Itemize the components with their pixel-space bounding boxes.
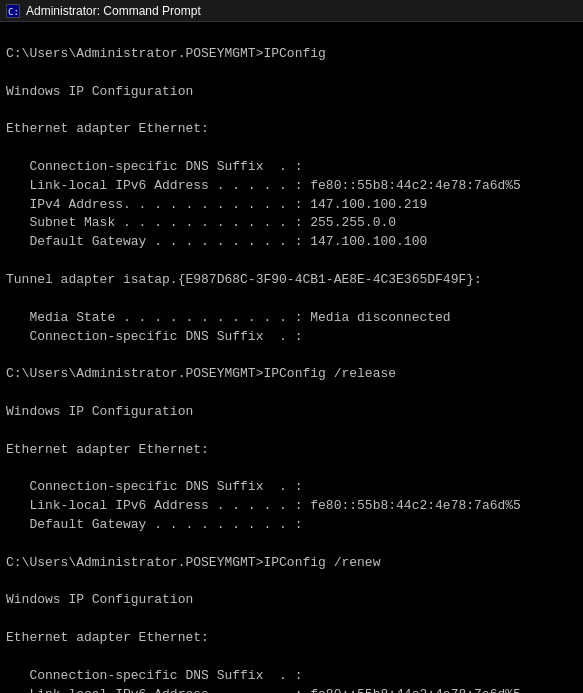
terminal-line: C:\Users\Administrator.POSEYMGMT>IPConfi…: [6, 45, 577, 64]
terminal-line: Connection-specific DNS Suffix . :: [6, 158, 577, 177]
terminal-line: [6, 346, 577, 365]
terminal-line: Default Gateway . . . . . . . . . :: [6, 516, 577, 535]
cmd-icon: C:: [6, 4, 20, 18]
terminal-line: Link-local IPv6 Address . . . . . : fe80…: [6, 177, 577, 196]
terminal-line: [6, 290, 577, 309]
terminal-line: Connection-specific DNS Suffix . :: [6, 328, 577, 347]
terminal-line: C:\Users\Administrator.POSEYMGMT>IPConfi…: [6, 365, 577, 384]
terminal-line: Subnet Mask . . . . . . . . . . . : 255.…: [6, 214, 577, 233]
terminal-line: Ethernet adapter Ethernet:: [6, 629, 577, 648]
terminal-line: Windows IP Configuration: [6, 403, 577, 422]
title-bar-text: Administrator: Command Prompt: [26, 4, 201, 18]
terminal-line: Windows IP Configuration: [6, 591, 577, 610]
terminal-line: [6, 459, 577, 478]
terminal-line: Windows IP Configuration: [6, 83, 577, 102]
terminal-line: [6, 384, 577, 403]
terminal-line: [6, 535, 577, 554]
terminal-line: [6, 610, 577, 629]
terminal-line: [6, 572, 577, 591]
terminal-line: [6, 139, 577, 158]
terminal-line: [6, 252, 577, 271]
terminal-line: Connection-specific DNS Suffix . :: [6, 478, 577, 497]
terminal-line: [6, 101, 577, 120]
terminal-line: Link-local IPv6 Address . . . . . : fe80…: [6, 686, 577, 693]
terminal-line: C:\Users\Administrator.POSEYMGMT>IPConfi…: [6, 554, 577, 573]
terminal-line: [6, 422, 577, 441]
terminal-line: Link-local IPv6 Address . . . . . : fe80…: [6, 497, 577, 516]
terminal-line: Media State . . . . . . . . . . . : Medi…: [6, 309, 577, 328]
svg-text:C:: C:: [8, 7, 19, 17]
terminal-line: Connection-specific DNS Suffix . :: [6, 667, 577, 686]
terminal-line: [6, 648, 577, 667]
terminal-line: Ethernet adapter Ethernet:: [6, 120, 577, 139]
terminal-line: [6, 64, 577, 83]
title-bar: C: Administrator: Command Prompt: [0, 0, 583, 22]
terminal-line: Tunnel adapter isatap.{E987D68C-3F90-4CB…: [6, 271, 577, 290]
terminal[interactable]: C:\Users\Administrator.POSEYMGMT>IPConfi…: [0, 22, 583, 693]
terminal-line: Default Gateway . . . . . . . . . : 147.…: [6, 233, 577, 252]
terminal-line: Ethernet adapter Ethernet:: [6, 441, 577, 460]
terminal-line: IPv4 Address. . . . . . . . . . . : 147.…: [6, 196, 577, 215]
